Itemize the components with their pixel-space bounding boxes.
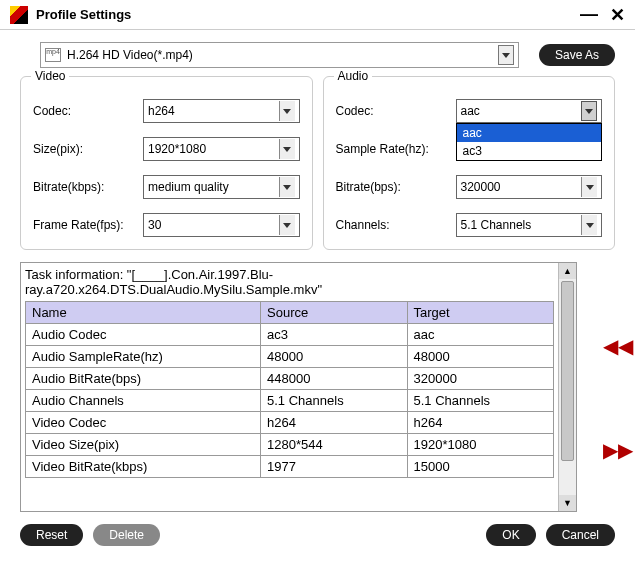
table-row: Audio Codecac3aac <box>26 324 554 346</box>
table-cell: Video Codec <box>26 412 261 434</box>
scroll-down-icon[interactable]: ▼ <box>559 495 576 511</box>
table-cell: 448000 <box>261 368 407 390</box>
app-logo-icon <box>10 6 28 24</box>
profile-format-icon: mp4 <box>45 48 61 62</box>
video-bitrate-select[interactable]: medium quality <box>143 175 300 199</box>
video-codec-select[interactable]: h264 <box>143 99 300 123</box>
dropdown-option-ac3[interactable]: ac3 <box>457 142 602 160</box>
table-cell: Audio BitRate(bps) <box>26 368 261 390</box>
save-as-button[interactable]: Save As <box>539 44 615 66</box>
task-info-text: Task information: "[____].Con.Air.1997.B… <box>25 267 554 297</box>
table-row: Video Codech264h264 <box>26 412 554 434</box>
table-row: Audio BitRate(bps)448000320000 <box>26 368 554 390</box>
next-arrow-icon[interactable]: ▶▶ <box>603 438 633 462</box>
audio-bitrate-label: Bitrate(bps): <box>336 180 456 194</box>
table-cell: 1920*1080 <box>407 434 554 456</box>
audio-channels-label: Channels: <box>336 218 456 232</box>
table-cell: aac <box>407 324 554 346</box>
table-header: Name <box>26 302 261 324</box>
video-panel: Video Codec: h264 Size(pix): 1920*1080 B… <box>20 76 313 250</box>
audio-samplerate-label: Sample Rate(hz): <box>336 142 456 156</box>
video-heading: Video <box>31 69 69 83</box>
table-cell: 1977 <box>261 456 407 478</box>
table-cell: 320000 <box>407 368 554 390</box>
audio-codec-label: Codec: <box>336 104 456 118</box>
dropdown-option-aac[interactable]: aac <box>457 124 602 142</box>
video-size-select[interactable]: 1920*1080 <box>143 137 300 161</box>
chevron-down-icon <box>581 215 597 235</box>
titlebar: Profile Settings — ✕ <box>0 0 635 30</box>
audio-channels-select[interactable]: 5.1 Channels <box>456 213 603 237</box>
task-info-area: Task information: "[____].Con.Air.1997.B… <box>20 262 577 512</box>
table-cell: Audio Codec <box>26 324 261 346</box>
table-header: Source <box>261 302 407 324</box>
chevron-down-icon <box>279 215 295 235</box>
profile-select-text: H.264 HD Video(*.mp4) <box>67 48 498 62</box>
table-cell: 5.1 Channels <box>407 390 554 412</box>
chevron-down-icon <box>581 177 597 197</box>
audio-heading: Audio <box>334 69 373 83</box>
table-row: Video Size(pix)1280*5441920*1080 <box>26 434 554 456</box>
table-cell: 48000 <box>261 346 407 368</box>
table-cell: Audio Channels <box>26 390 261 412</box>
chevron-down-icon <box>498 45 514 65</box>
table-cell: ac3 <box>261 324 407 346</box>
chevron-down-icon <box>279 177 295 197</box>
table-cell: 15000 <box>407 456 554 478</box>
audio-codec-select[interactable]: aac aac ac3 <box>456 99 603 123</box>
scrollbar-thumb[interactable] <box>561 281 574 461</box>
reset-button[interactable]: Reset <box>20 524 83 546</box>
video-fps-label: Frame Rate(fps): <box>33 218 143 232</box>
profile-select[interactable]: mp4 H.264 HD Video(*.mp4) <box>40 42 519 68</box>
close-button[interactable]: ✕ <box>610 4 625 26</box>
video-size-label: Size(pix): <box>33 142 143 156</box>
table-cell: 48000 <box>407 346 554 368</box>
scroll-up-icon[interactable]: ▲ <box>559 263 576 279</box>
minimize-button[interactable]: — <box>580 4 598 26</box>
table-cell: Video Size(pix) <box>26 434 261 456</box>
video-codec-label: Codec: <box>33 104 143 118</box>
audio-panel: Audio Codec: aac aac ac3 Sample Rate(hz)… <box>323 76 616 250</box>
cancel-button[interactable]: Cancel <box>546 524 615 546</box>
info-table: NameSourceTarget Audio Codecac3aacAudio … <box>25 301 554 478</box>
table-cell: h264 <box>261 412 407 434</box>
window-title: Profile Settings <box>36 7 580 22</box>
audio-bitrate-select[interactable]: 320000 <box>456 175 603 199</box>
vertical-scrollbar[interactable]: ▲ ▼ <box>558 263 576 511</box>
table-cell: Audio SampleRate(hz) <box>26 346 261 368</box>
table-cell: 1280*544 <box>261 434 407 456</box>
table-row: Audio Channels5.1 Channels5.1 Channels <box>26 390 554 412</box>
chevron-down-icon <box>279 101 295 121</box>
table-row: Audio SampleRate(hz)4800048000 <box>26 346 554 368</box>
table-row: Video BitRate(kbps)197715000 <box>26 456 554 478</box>
audio-codec-dropdown: aac ac3 <box>456 123 603 161</box>
ok-button[interactable]: OK <box>486 524 535 546</box>
chevron-down-icon <box>581 101 597 121</box>
table-cell: Video BitRate(kbps) <box>26 456 261 478</box>
video-fps-select[interactable]: 30 <box>143 213 300 237</box>
video-bitrate-label: Bitrate(kbps): <box>33 180 143 194</box>
table-cell: 5.1 Channels <box>261 390 407 412</box>
table-cell: h264 <box>407 412 554 434</box>
prev-arrow-icon[interactable]: ◀◀ <box>603 334 633 358</box>
table-header: Target <box>407 302 554 324</box>
chevron-down-icon <box>279 139 295 159</box>
delete-button[interactable]: Delete <box>93 524 160 546</box>
